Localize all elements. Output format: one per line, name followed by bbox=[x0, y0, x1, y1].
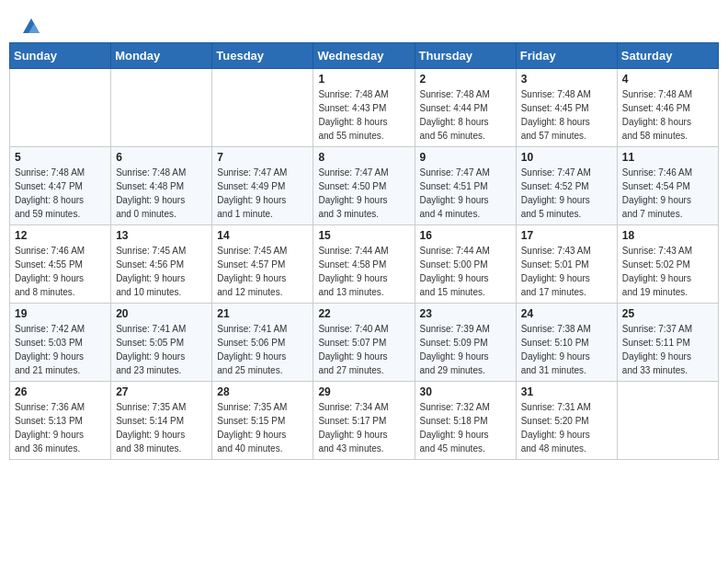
day-number: 2 bbox=[420, 73, 511, 86]
day-cell: 1Sunrise: 7:48 AM Sunset: 4:43 PM Daylig… bbox=[313, 69, 415, 147]
day-cell: 21Sunrise: 7:41 AM Sunset: 5:06 PM Dayli… bbox=[212, 304, 313, 382]
day-info: Sunrise: 7:47 AM Sunset: 4:52 PM Dayligh… bbox=[521, 166, 612, 221]
day-cell: 16Sunrise: 7:44 AM Sunset: 5:00 PM Dayli… bbox=[415, 225, 516, 304]
weekday-header-saturday: Saturday bbox=[617, 43, 718, 69]
day-number: 4 bbox=[622, 73, 713, 86]
header bbox=[9, 9, 719, 37]
day-info: Sunrise: 7:48 AM Sunset: 4:43 PM Dayligh… bbox=[318, 87, 409, 143]
day-cell: 17Sunrise: 7:43 AM Sunset: 5:01 PM Dayli… bbox=[516, 225, 617, 304]
day-cell: 20Sunrise: 7:41 AM Sunset: 5:05 PM Dayli… bbox=[111, 304, 212, 382]
day-number: 23 bbox=[420, 307, 511, 320]
day-number: 15 bbox=[318, 229, 409, 242]
day-cell: 13Sunrise: 7:45 AM Sunset: 4:56 PM Dayli… bbox=[111, 225, 212, 304]
day-cell: 5Sunrise: 7:48 AM Sunset: 4:47 PM Daylig… bbox=[10, 147, 111, 225]
day-number: 9 bbox=[420, 151, 511, 164]
day-number: 28 bbox=[217, 385, 308, 398]
day-number: 19 bbox=[15, 307, 106, 320]
day-info: Sunrise: 7:47 AM Sunset: 4:51 PM Dayligh… bbox=[420, 166, 511, 221]
day-info: Sunrise: 7:38 AM Sunset: 5:10 PM Dayligh… bbox=[521, 322, 612, 377]
day-number: 8 bbox=[318, 151, 409, 164]
day-cell: 9Sunrise: 7:47 AM Sunset: 4:51 PM Daylig… bbox=[415, 147, 516, 225]
day-number: 27 bbox=[116, 385, 207, 398]
day-cell: 4Sunrise: 7:48 AM Sunset: 4:46 PM Daylig… bbox=[617, 69, 718, 147]
day-cell: 10Sunrise: 7:47 AM Sunset: 4:52 PM Dayli… bbox=[516, 147, 617, 225]
day-info: Sunrise: 7:41 AM Sunset: 5:05 PM Dayligh… bbox=[116, 322, 207, 377]
day-cell: 6Sunrise: 7:48 AM Sunset: 4:48 PM Daylig… bbox=[111, 147, 212, 225]
day-info: Sunrise: 7:42 AM Sunset: 5:03 PM Dayligh… bbox=[15, 322, 106, 377]
day-cell: 18Sunrise: 7:43 AM Sunset: 5:02 PM Dayli… bbox=[617, 225, 718, 304]
day-number: 7 bbox=[217, 151, 308, 164]
day-info: Sunrise: 7:46 AM Sunset: 4:54 PM Dayligh… bbox=[622, 166, 713, 221]
day-number: 25 bbox=[622, 307, 713, 320]
day-cell: 8Sunrise: 7:47 AM Sunset: 4:50 PM Daylig… bbox=[313, 147, 415, 225]
day-cell: 27Sunrise: 7:35 AM Sunset: 5:14 PM Dayli… bbox=[111, 382, 212, 460]
day-cell: 12Sunrise: 7:46 AM Sunset: 4:55 PM Dayli… bbox=[10, 225, 111, 304]
day-info: Sunrise: 7:44 AM Sunset: 4:58 PM Dayligh… bbox=[318, 244, 409, 299]
weekday-header-wednesday: Wednesday bbox=[313, 43, 415, 69]
week-row-3: 12Sunrise: 7:46 AM Sunset: 4:55 PM Dayli… bbox=[10, 225, 719, 304]
day-number: 30 bbox=[420, 385, 511, 398]
day-info: Sunrise: 7:35 AM Sunset: 5:15 PM Dayligh… bbox=[217, 400, 308, 455]
day-info: Sunrise: 7:48 AM Sunset: 4:44 PM Dayligh… bbox=[420, 87, 511, 143]
day-info: Sunrise: 7:41 AM Sunset: 5:06 PM Dayligh… bbox=[217, 322, 308, 377]
day-cell bbox=[10, 69, 111, 147]
day-cell: 29Sunrise: 7:34 AM Sunset: 5:17 PM Dayli… bbox=[313, 382, 415, 460]
day-number: 11 bbox=[622, 151, 713, 164]
day-info: Sunrise: 7:45 AM Sunset: 4:57 PM Dayligh… bbox=[217, 244, 308, 299]
day-cell: 22Sunrise: 7:40 AM Sunset: 5:07 PM Dayli… bbox=[313, 304, 415, 382]
day-number: 16 bbox=[420, 229, 511, 242]
day-number: 17 bbox=[521, 229, 612, 242]
day-number: 10 bbox=[521, 151, 612, 164]
weekday-header-friday: Friday bbox=[516, 43, 617, 69]
weekday-header-thursday: Thursday bbox=[415, 43, 516, 69]
week-row-5: 26Sunrise: 7:36 AM Sunset: 5:13 PM Dayli… bbox=[10, 382, 719, 460]
day-number: 24 bbox=[521, 307, 612, 320]
day-number: 26 bbox=[15, 385, 106, 398]
day-cell: 3Sunrise: 7:48 AM Sunset: 4:45 PM Daylig… bbox=[516, 69, 617, 147]
day-cell bbox=[617, 382, 718, 460]
day-info: Sunrise: 7:43 AM Sunset: 5:01 PM Dayligh… bbox=[521, 244, 612, 299]
day-info: Sunrise: 7:46 AM Sunset: 4:55 PM Dayligh… bbox=[15, 244, 106, 299]
day-cell: 2Sunrise: 7:48 AM Sunset: 4:44 PM Daylig… bbox=[415, 69, 516, 147]
day-info: Sunrise: 7:32 AM Sunset: 5:18 PM Dayligh… bbox=[420, 400, 511, 455]
day-info: Sunrise: 7:37 AM Sunset: 5:11 PM Dayligh… bbox=[622, 322, 713, 377]
day-number: 14 bbox=[217, 229, 308, 242]
day-cell: 28Sunrise: 7:35 AM Sunset: 5:15 PM Dayli… bbox=[212, 382, 313, 460]
day-info: Sunrise: 7:48 AM Sunset: 4:46 PM Dayligh… bbox=[622, 87, 713, 143]
day-info: Sunrise: 7:48 AM Sunset: 4:45 PM Dayligh… bbox=[521, 87, 612, 143]
day-cell: 14Sunrise: 7:45 AM Sunset: 4:57 PM Dayli… bbox=[212, 225, 313, 304]
week-row-4: 19Sunrise: 7:42 AM Sunset: 5:03 PM Dayli… bbox=[10, 304, 719, 382]
logo-icon bbox=[21, 17, 41, 37]
day-info: Sunrise: 7:48 AM Sunset: 4:48 PM Dayligh… bbox=[116, 166, 207, 221]
day-info: Sunrise: 7:47 AM Sunset: 4:50 PM Dayligh… bbox=[318, 166, 409, 221]
day-info: Sunrise: 7:34 AM Sunset: 5:17 PM Dayligh… bbox=[318, 400, 409, 455]
logo bbox=[18, 17, 41, 33]
day-number: 22 bbox=[318, 307, 409, 320]
day-number: 12 bbox=[15, 229, 106, 242]
day-cell: 31Sunrise: 7:31 AM Sunset: 5:20 PM Dayli… bbox=[516, 382, 617, 460]
weekday-header-tuesday: Tuesday bbox=[212, 43, 313, 69]
week-row-1: 1Sunrise: 7:48 AM Sunset: 4:43 PM Daylig… bbox=[10, 69, 719, 147]
day-info: Sunrise: 7:31 AM Sunset: 5:20 PM Dayligh… bbox=[521, 400, 612, 455]
day-cell bbox=[111, 69, 212, 147]
day-info: Sunrise: 7:44 AM Sunset: 5:00 PM Dayligh… bbox=[420, 244, 511, 299]
day-number: 5 bbox=[15, 151, 106, 164]
weekday-header-monday: Monday bbox=[111, 43, 212, 69]
day-info: Sunrise: 7:40 AM Sunset: 5:07 PM Dayligh… bbox=[318, 322, 409, 377]
day-cell: 7Sunrise: 7:47 AM Sunset: 4:49 PM Daylig… bbox=[212, 147, 313, 225]
day-info: Sunrise: 7:45 AM Sunset: 4:56 PM Dayligh… bbox=[116, 244, 207, 299]
weekday-header-row: SundayMondayTuesdayWednesdayThursdayFrid… bbox=[10, 43, 719, 69]
day-info: Sunrise: 7:35 AM Sunset: 5:14 PM Dayligh… bbox=[116, 400, 207, 455]
day-cell bbox=[212, 69, 313, 147]
day-number: 6 bbox=[116, 151, 207, 164]
day-cell: 30Sunrise: 7:32 AM Sunset: 5:18 PM Dayli… bbox=[415, 382, 516, 460]
day-info: Sunrise: 7:36 AM Sunset: 5:13 PM Dayligh… bbox=[15, 400, 106, 455]
week-row-2: 5Sunrise: 7:48 AM Sunset: 4:47 PM Daylig… bbox=[10, 147, 719, 225]
day-cell: 23Sunrise: 7:39 AM Sunset: 5:09 PM Dayli… bbox=[415, 304, 516, 382]
day-info: Sunrise: 7:39 AM Sunset: 5:09 PM Dayligh… bbox=[420, 322, 511, 377]
day-cell: 26Sunrise: 7:36 AM Sunset: 5:13 PM Dayli… bbox=[10, 382, 111, 460]
day-info: Sunrise: 7:48 AM Sunset: 4:47 PM Dayligh… bbox=[15, 166, 106, 221]
day-number: 29 bbox=[318, 385, 409, 398]
day-number: 1 bbox=[318, 73, 409, 86]
weekday-header-sunday: Sunday bbox=[10, 43, 111, 69]
